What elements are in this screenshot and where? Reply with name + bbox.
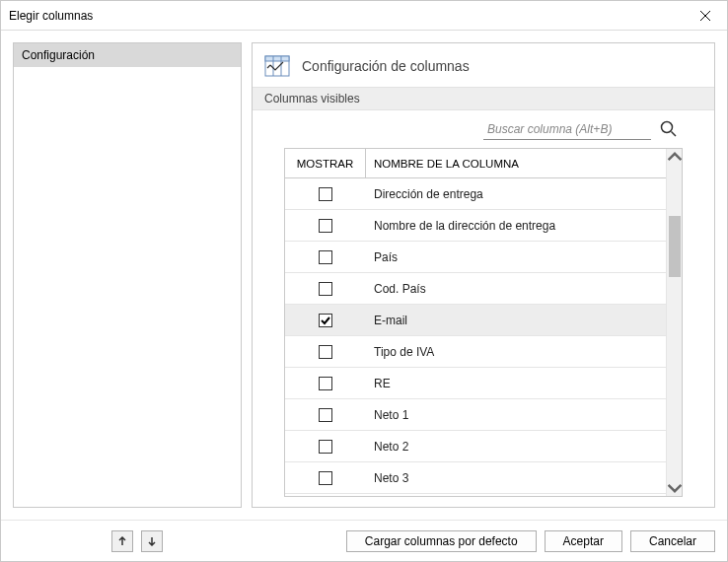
main-header: Configuración de columnas [253,43,714,87]
move-up-button[interactable] [111,530,133,552]
sidebar-item-configuracion[interactable]: Configuración [14,43,241,67]
row-checkbox[interactable] [319,187,332,201]
cell-name: E-mail [366,314,666,327]
table-header: MOSTRAR NOMBRE DE LA COLUMNA [285,149,666,178]
table-body: Dirección de entregaNombre de la direcci… [285,178,666,496]
window: Elegir columnas Configuración [0,0,728,562]
cell-name: Tipo de IVA [366,345,666,359]
table-row[interactable]: Neto 1 [285,399,666,431]
cell-name: Cod. País [366,282,666,296]
row-checkbox[interactable] [319,282,332,296]
table-row[interactable]: Dirección de entrega [285,178,666,210]
search-row [253,110,714,148]
svg-point-4 [662,122,673,133]
table-row[interactable]: Cod. País [285,273,666,305]
row-checkbox[interactable] [319,345,332,359]
cell-show [285,250,366,264]
table-row[interactable]: RE [285,368,666,399]
columns-icon [264,53,290,79]
search-button[interactable] [659,119,679,139]
main-title: Configuración de columnas [302,58,470,74]
table-row[interactable]: Neto 3 [285,462,666,494]
cell-name: Nombre de la dirección de entrega [366,219,666,233]
cell-name: Neto 3 [366,471,666,485]
arrow-up-icon [117,536,127,546]
cell-show [285,440,366,454]
cell-show [285,377,366,390]
cell-show [285,219,366,233]
table-container: MOSTRAR NOMBRE DE LA COLUMNA Dirección d… [284,148,683,497]
close-icon [700,11,710,21]
row-checkbox[interactable] [319,314,332,327]
cancel-button[interactable]: Cancelar [630,530,715,552]
main-panel: Configuración de columnas Columnas visib… [252,42,715,508]
svg-rect-1 [265,56,289,61]
accept-button[interactable]: Aceptar [545,530,622,552]
search-input[interactable] [483,118,651,140]
header-mostrar[interactable]: MOSTRAR [285,149,366,177]
footer: Cargar columnas por defecto Aceptar Canc… [1,520,727,561]
footer-buttons: Cargar columnas por defecto Aceptar Canc… [346,530,715,552]
section-label: Columnas visibles [253,87,714,110]
row-checkbox[interactable] [319,471,332,485]
table-row[interactable]: País [285,242,666,273]
cell-name: País [366,250,666,264]
check-icon [321,316,330,325]
window-title: Elegir columnas [9,9,683,23]
cell-show [285,282,366,296]
table-row[interactable]: Nombre de la dirección de entrega [285,210,666,242]
titlebar: Elegir columnas [1,1,727,31]
row-checkbox[interactable] [319,219,332,233]
cell-show [285,345,366,359]
header-nombre[interactable]: NOMBRE DE LA COLUMNA [366,149,666,177]
cell-name: Dirección de entrega [366,187,666,201]
scroll-up[interactable] [667,149,683,165]
table-row[interactable]: E-mail [285,305,666,336]
cell-name: Neto 1 [366,408,666,422]
row-checkbox[interactable] [319,440,332,454]
dialog-body: Configuración Configuración de columnas … [1,31,727,520]
sidebar: Configuración [13,42,242,508]
arrow-down-icon [147,536,157,546]
svg-line-5 [672,132,677,137]
cell-show [285,314,366,327]
cell-show [285,471,366,485]
move-down-button[interactable] [141,530,163,552]
row-checkbox[interactable] [319,377,332,390]
scroll-down[interactable] [667,480,683,496]
scroll-thumb[interactable] [669,216,681,277]
cell-show [285,187,366,201]
scrollbar[interactable] [666,149,682,496]
sidebar-item-label: Configuración [22,48,95,62]
table-row[interactable]: Tipo de IVA [285,336,666,368]
chevron-down-icon [667,480,683,496]
search-icon [659,119,679,139]
cell-show [285,408,366,422]
row-checkbox[interactable] [319,408,332,422]
row-checkbox[interactable] [319,250,332,264]
close-button[interactable] [683,1,727,31]
columns-table: MOSTRAR NOMBRE DE LA COLUMNA Dirección d… [285,149,666,496]
chevron-up-icon [667,149,683,165]
cell-name: Neto 2 [366,440,666,454]
table-row[interactable]: Neto 2 [285,431,666,462]
load-defaults-button[interactable]: Cargar columnas por defecto [346,530,537,552]
cell-name: RE [366,377,666,390]
